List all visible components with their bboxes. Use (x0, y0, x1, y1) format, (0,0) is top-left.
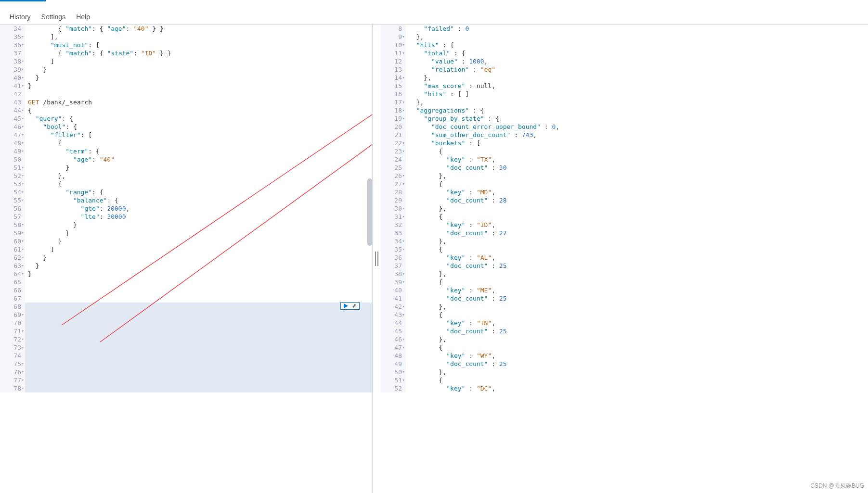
code-line[interactable]: "doc_count" : 25 (409, 294, 868, 303)
svg-marker-0 (344, 303, 348, 308)
code-line[interactable]: }, (409, 270, 868, 278)
code-line[interactable]: } (28, 82, 372, 90)
code-line[interactable]: { (409, 245, 868, 253)
code-line[interactable]: } (28, 229, 372, 237)
code-line[interactable]: "value" : 1000, (409, 57, 868, 65)
code-line[interactable]: "aggregations" : { (409, 106, 868, 114)
code-line[interactable]: "buckets" : [ (409, 139, 868, 147)
code-line[interactable]: "key" : "MD", (409, 188, 868, 196)
code-line[interactable]: ] (28, 245, 372, 253)
code-line[interactable] (28, 90, 372, 98)
code-line[interactable]: "doc_count_error_upper_bound" : 0, (409, 123, 868, 131)
left-code[interactable]: { "match": { "age": "40" } } ], "must_no… (25, 25, 372, 392)
code-line[interactable]: GET /bank/_search (28, 98, 372, 106)
menu-help[interactable]: Help (76, 13, 90, 21)
code-line[interactable]: "lte": 30000 (28, 213, 372, 221)
code-line[interactable]: { (28, 139, 372, 147)
code-line[interactable]: "key" : "ID", (409, 221, 868, 229)
tab-accent (0, 0, 46, 1)
code-line[interactable]: "group_by_state" : { (409, 114, 868, 123)
code-line[interactable]: }, (409, 204, 868, 213)
code-line[interactable]: { (409, 311, 868, 319)
code-line[interactable]: }, (409, 98, 868, 106)
panel-splitter[interactable] (373, 24, 381, 493)
menu-history[interactable]: History (10, 13, 31, 21)
code-line[interactable]: "filter": [ (28, 131, 372, 139)
right-code: "failed" : 0 }, "hits" : { "total" : { "… (406, 25, 868, 392)
code-line[interactable]: } (28, 262, 372, 270)
code-line[interactable]: "key" : "TN", (409, 319, 868, 327)
code-line[interactable]: }, (409, 172, 868, 180)
code-line[interactable]: "doc_count" : 30 (409, 164, 868, 172)
code-line[interactable]: }, (409, 335, 868, 343)
code-line[interactable]: "key" : "AL", (409, 253, 868, 262)
code-line[interactable]: { (28, 106, 372, 114)
code-line[interactable]: "term": { (28, 147, 372, 155)
code-line[interactable]: }, (409, 368, 868, 376)
response-viewer[interactable]: 8910111213141516171819202122232425262728… (381, 24, 868, 493)
code-line[interactable]: { (409, 147, 868, 155)
code-line[interactable]: }, (28, 172, 372, 180)
code-line[interactable]: "relation" : "eq" (409, 65, 868, 74)
code-line[interactable]: "doc_count" : 28 (409, 196, 868, 204)
code-line[interactable]: "key" : "ME", (409, 286, 868, 294)
right-gutter: 8910111213141516171819202122232425262728… (381, 25, 406, 392)
run-query-button[interactable] (340, 302, 360, 310)
code-line[interactable]: ], (28, 33, 372, 41)
code-line[interactable]: "gte": 20000, (28, 204, 372, 213)
code-line[interactable]: } (28, 74, 372, 82)
code-line[interactable]: }, (409, 237, 868, 245)
code-line[interactable]: }, (409, 33, 868, 41)
code-line[interactable]: "age": "40" (28, 155, 372, 164)
left-gutter: 3435363738394041424344454647484950515253… (0, 25, 25, 392)
code-line[interactable]: { (28, 180, 372, 188)
left-scrollbar-thumb[interactable] (367, 178, 372, 246)
play-icon (343, 303, 349, 309)
code-line[interactable]: "key" : "WY", (409, 352, 868, 360)
code-line[interactable]: { "match": { "age": "40" } } (28, 25, 372, 33)
code-line[interactable]: "doc_count" : 25 (409, 327, 868, 335)
code-line[interactable]: "total" : { (409, 49, 868, 57)
code-line[interactable]: "hits" : [ ] (409, 90, 868, 98)
code-line[interactable] (28, 278, 372, 286)
code-line[interactable]: "doc_count" : 27 (409, 229, 868, 237)
code-line[interactable]: { "match": { "state": "ID" } } (28, 49, 372, 57)
code-line[interactable]: "max_score" : null, (409, 82, 868, 90)
code-line[interactable]: }, (409, 74, 868, 82)
code-line[interactable]: "range": { (28, 188, 372, 196)
code-line[interactable]: } (28, 221, 372, 229)
code-line[interactable]: "doc_count" : 25 (409, 360, 868, 368)
code-line[interactable]: "hits" : { (409, 41, 868, 49)
code-line[interactable]: } (28, 253, 372, 262)
menubar: History Settings Help (0, 10, 868, 24)
code-line[interactable]: "key" : "TX", (409, 155, 868, 164)
code-line[interactable]: { (409, 278, 868, 286)
code-line[interactable]: { (409, 213, 868, 221)
left-scrollbar-track[interactable] (367, 25, 372, 493)
menu-settings[interactable]: Settings (41, 13, 66, 21)
code-line[interactable]: { (409, 343, 868, 352)
code-line[interactable]: "bool": { (28, 123, 372, 131)
code-line[interactable]: } (28, 237, 372, 245)
code-line[interactable]: { (409, 180, 868, 188)
code-line[interactable]: "failed" : 0 (409, 25, 868, 33)
code-line[interactable] (28, 286, 372, 294)
app-root: History Settings Help 343536373839404142… (0, 0, 868, 493)
code-line[interactable]: { (409, 376, 868, 384)
code-line[interactable]: "balance": { (28, 196, 372, 204)
wrench-icon (351, 303, 357, 309)
code-line[interactable]: }, (409, 303, 868, 311)
request-editor[interactable]: 3435363738394041424344454647484950515253… (0, 24, 373, 493)
code-line[interactable]: } (28, 65, 372, 74)
code-line[interactable]: ] (28, 57, 372, 65)
code-line[interactable]: } (28, 270, 372, 278)
code-line[interactable]: "sum_other_doc_count" : 743, (409, 131, 868, 139)
code-line[interactable]: "query": { (28, 114, 372, 123)
resize-handle-icon (375, 252, 378, 266)
code-line[interactable]: } (28, 164, 372, 172)
code-line[interactable]: "doc_count" : 25 (409, 262, 868, 270)
code-line[interactable] (28, 294, 372, 303)
code-line[interactable]: "key" : "DC", (409, 384, 868, 392)
panels: 3435363738394041424344454647484950515253… (0, 24, 868, 493)
code-line[interactable]: "must_not": [ (28, 41, 372, 49)
